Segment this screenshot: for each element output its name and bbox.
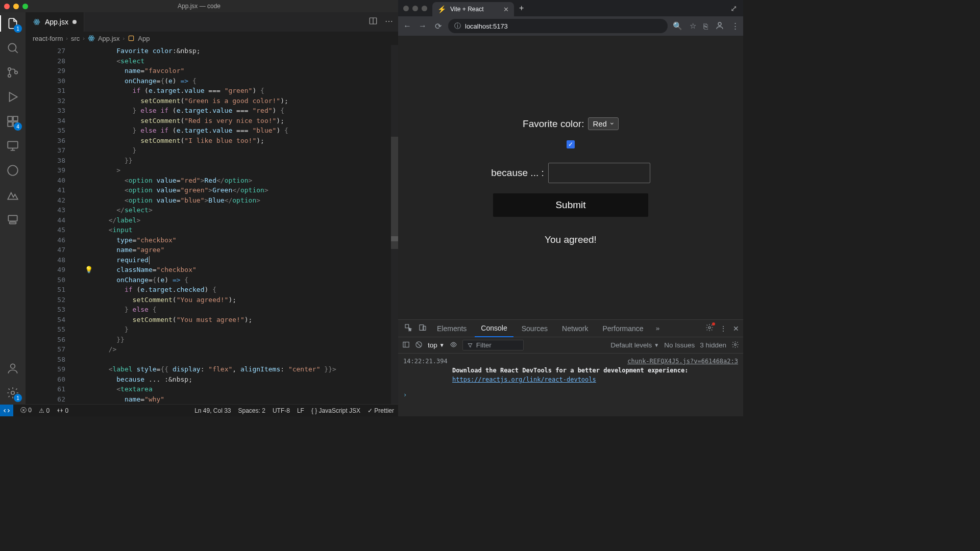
log-message: Download the React DevTools for a better… [452,367,688,374]
extension-icon-2[interactable] [6,188,20,202]
svg-rect-8 [8,141,18,148]
titlebar: App.jsx — code [0,0,398,12]
svg-point-3 [15,71,17,73]
extensions-badge: 4 [14,122,22,131]
agree-checkbox[interactable]: ✓ [567,140,575,148]
site-info-icon[interactable]: ⓘ [454,21,461,31]
warnings-count[interactable]: ⚠ 0 [39,407,50,414]
devtools-settings-icon[interactable] [705,323,714,333]
maximize-window-button[interactable] [422,6,427,11]
issues-link[interactable]: No Issues [664,341,695,349]
live-expression-icon[interactable] [450,341,457,350]
vite-favicon-icon: ⚡ [437,5,446,13]
breadcrumb-item[interactable]: App [138,35,150,42]
indent-status[interactable]: Spaces: 2 [238,407,265,414]
menu-icon[interactable]: ⋮ [731,21,739,31]
install-app-icon[interactable]: ⎘ [703,22,708,31]
log-timestamp: 14:22:21.394 [403,358,448,365]
console-sidebar-icon[interactable] [402,341,410,350]
minimize-window-button[interactable] [13,4,19,9]
editor-tab-appjsx[interactable]: App.jsx [26,12,84,32]
svg-point-12 [11,364,15,368]
devtools-tab-performance[interactable]: Performance [596,320,649,337]
browser-window: ⚡ Vite + React ✕ + ⤢ ← → ⟳ ⓘ localhost:5… [398,0,743,416]
encoding-status[interactable]: UTF-8 [273,407,290,414]
extension-icon-3[interactable] [6,212,20,227]
minimize-window-button[interactable] [412,6,418,11]
code-content[interactable]: Favorite color:&nbsp; <select name="favc… [77,45,398,404]
errors-count[interactable]: ⓧ 0 [20,406,32,415]
why-textarea[interactable] [548,163,650,183]
svg-point-28 [708,327,710,329]
devtools-tab-elements[interactable]: Elements [431,320,473,337]
log-link[interactable]: https://reactjs.org/link/react-devtools [452,376,596,383]
svg-rect-6 [8,122,12,127]
hidden-count[interactable]: 3 hidden [700,341,726,349]
devtools-tab-network[interactable]: Network [556,320,594,337]
maximize-window-button[interactable] [22,4,28,9]
back-button[interactable]: ← [402,21,412,31]
settings-icon[interactable]: 1 [6,386,20,400]
comment-text: You agreed! [545,234,597,245]
more-actions-icon[interactable]: ⋯ [385,16,393,28]
forward-button[interactable]: → [418,21,428,31]
profile-icon[interactable] [715,21,724,32]
svg-rect-11 [10,222,16,223]
close-tab-icon[interactable]: ✕ [503,6,509,13]
extension-icon-1[interactable] [6,163,20,178]
close-window-button[interactable] [4,4,10,9]
svg-point-0 [8,43,16,51]
console-filter-input[interactable]: Filter [462,340,524,350]
svg-point-31 [452,343,454,345]
devtools-tab-console[interactable]: Console [475,320,513,337]
expand-tabs-icon[interactable]: ⤢ [730,4,737,13]
run-debug-icon[interactable] [6,90,20,104]
eol-status[interactable]: LF [297,407,304,414]
accounts-icon[interactable] [6,361,20,375]
breadcrumb[interactable]: react-form › src › App.jsx › App [26,32,398,45]
svg-point-13 [11,391,15,395]
ports-indicator[interactable]: 0 [57,407,68,414]
symbol-icon [128,35,135,42]
remote-explorer-icon[interactable] [6,139,20,153]
submit-button[interactable]: Submit [493,193,648,217]
console-settings-icon[interactable] [731,341,739,350]
status-bar: ⓧ 0 ⚠ 0 0 Ln 49, Col 33 Spaces: 2 UTF-8 … [0,404,398,416]
more-tabs-icon[interactable]: » [652,324,664,332]
favcolor-select[interactable]: Red [588,117,619,130]
editor-tab-label: App.jsx [45,18,68,26]
new-tab-button[interactable]: + [519,4,524,13]
cursor-position[interactable]: Ln 49, Col 33 [194,407,231,414]
breadcrumb-item[interactable]: react-form [33,35,63,42]
split-editor-icon[interactable] [369,16,378,28]
explorer-icon[interactable]: 1 [6,16,20,31]
zoom-icon[interactable]: 🔍 [673,21,682,31]
svg-point-32 [734,343,737,345]
remote-indicator[interactable] [0,405,13,417]
extensions-icon[interactable]: 4 [6,114,20,129]
devtools-tab-sources[interactable]: Sources [516,320,554,337]
reload-button[interactable]: ⟳ [433,21,443,31]
log-levels-selector[interactable]: Default levels▼ [610,341,659,349]
context-selector[interactable]: top ▼ [428,341,445,349]
formatter-status[interactable]: ✓ Prettier [368,407,394,414]
minimap-scrollbar[interactable] [391,45,398,404]
device-toggle-icon[interactable] [416,323,429,333]
clear-console-icon[interactable] [415,341,423,350]
devtools-menu-icon[interactable]: ⋮ [720,324,727,333]
code-editor[interactable]: 2728293031323334353637383940414243444546… [26,45,398,404]
browser-tab[interactable]: ⚡ Vite + React ✕ [432,2,514,16]
language-status[interactable]: { } JavaScript JSX [311,407,360,414]
bookmark-icon[interactable]: ☆ [690,21,696,31]
search-icon[interactable] [6,41,20,55]
console-output[interactable]: 14:22:21.394 chunk-REFQX4J5.js?v=661468a… [398,354,743,416]
browser-tab-title: Vite + React [450,6,483,13]
address-bar[interactable]: ⓘ localhost:5173 [448,19,668,33]
source-control-icon[interactable] [6,65,20,80]
breadcrumb-item[interactable]: src [71,35,80,42]
log-source-link[interactable]: chunk-REFQX4J5.js?v=661468a2:3 [627,357,738,366]
breadcrumb-item[interactable]: App.jsx [98,35,120,42]
inspect-element-icon[interactable] [402,323,414,333]
devtools-close-icon[interactable]: ✕ [733,324,739,333]
close-window-button[interactable] [403,6,409,11]
